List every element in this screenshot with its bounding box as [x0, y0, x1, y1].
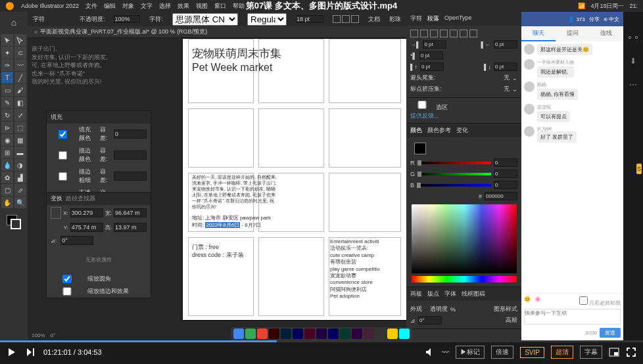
send-button[interactable]: 发送: [600, 328, 621, 338]
download-icon[interactable]: ⬇: [627, 55, 639, 67]
selection-tool[interactable]: [1, 34, 13, 46]
fill-cb[interactable]: [51, 130, 75, 139]
quality-button[interactable]: 超清: [551, 346, 573, 359]
g-slider[interactable]: [417, 173, 491, 175]
dropdown-icon[interactable]: ⌄: [512, 75, 517, 81]
share-btn[interactable]: 分享: [589, 16, 600, 23]
date-text[interactable]: 时间: 2022年8月6日 - 8月7日: [192, 222, 261, 229]
doc-panel-btn[interactable]: 文档: [368, 15, 380, 24]
only-teacher-cb[interactable]: [579, 296, 588, 305]
graph-tool[interactable]: ▟: [14, 171, 26, 183]
menu-type[interactable]: 文字: [141, 2, 153, 11]
progress-bar[interactable]: [0, 340, 643, 342]
direct-select-tool[interactable]: [14, 34, 26, 46]
blend-tool[interactable]: ◑: [14, 159, 26, 171]
r-slider[interactable]: [417, 162, 492, 164]
free-tool[interactable]: ⬚: [14, 122, 26, 133]
artboard-tool[interactable]: ▢: [1, 184, 13, 196]
line-tool[interactable]: ╱: [14, 72, 26, 83]
x-input[interactable]: [70, 208, 103, 217]
chat-input[interactable]: [524, 309, 621, 325]
menu-view[interactable]: 视图: [196, 2, 208, 11]
scale-stroke-cb[interactable]: [51, 287, 83, 296]
sel-cb[interactable]: [410, 101, 434, 109]
rotate-tool[interactable]: ↻: [1, 109, 13, 121]
transform-panel[interactable]: 变换 路径查找器 X: 宽: Y: 高: ⊿: 无形状属性 缩放圆角 缩放描边和…: [46, 192, 151, 298]
chat-tabs[interactable]: 聊天提问连线: [521, 26, 623, 41]
scale-tool[interactable]: ⤢: [14, 109, 26, 121]
y-input[interactable]: [70, 223, 103, 232]
canvas[interactable]: 孩子出门,发好市集, 认识一下新的朋友,可, 在草地上野餐或者奔跑,也来一杯 "…: [28, 38, 406, 340]
opacity-input[interactable]: [114, 15, 140, 23]
more-icon[interactable]: 彩珠: [389, 15, 401, 24]
document-tab[interactable]: × 平面新视觉典业课_PART.07_作业模版.ai* @ 100 % (RGB…: [28, 26, 406, 38]
size-input[interactable]: [296, 15, 323, 23]
zoom-level[interactable]: 100%: [32, 332, 45, 338]
font-select[interactable]: 思源黑体 CN: [172, 13, 238, 26]
indent-r[interactable]: [494, 40, 517, 49]
b-slider[interactable]: [417, 184, 491, 187]
ref-point[interactable]: [51, 207, 61, 219]
side-label[interactable]: S: [636, 164, 642, 174]
space-after[interactable]: [494, 62, 517, 71]
w-input[interactable]: [114, 208, 147, 217]
align-icons[interactable]: [333, 15, 359, 23]
more-icon[interactable]: ⋯: [627, 79, 639, 91]
val-input[interactable]: [114, 171, 147, 181]
shaper-tool[interactable]: ✎: [1, 97, 13, 108]
brush-tool[interactable]: 🖌: [14, 84, 26, 96]
hue-bar[interactable]: [412, 276, 517, 283]
menu-edit[interactable]: 编辑: [104, 2, 116, 11]
curve-tool[interactable]: 〰: [14, 59, 26, 71]
rect-tool[interactable]: ▭: [1, 84, 13, 96]
zoom-tool[interactable]: 🔍: [14, 196, 26, 208]
para-align[interactable]: [410, 28, 517, 39]
emoji-icon[interactable]: 😊: [524, 296, 531, 307]
fullscreen-icon[interactable]: [626, 347, 636, 357]
mesh-tool[interactable]: ⊞: [1, 147, 13, 158]
feedback-link[interactable]: 提供反馈...: [410, 112, 517, 120]
next-icon[interactable]: [25, 347, 36, 357]
eyedrop-tool[interactable]: 💧: [1, 159, 13, 171]
gradient-tool[interactable]: ▬: [14, 147, 26, 158]
wifi-icon[interactable]: 📶: [578, 3, 585, 9]
subtitle-button[interactable]: 字幕: [580, 346, 602, 359]
shapebuild-tool[interactable]: ◉: [1, 134, 13, 146]
b-input[interactable]: [494, 181, 517, 189]
menu-effect[interactable]: 效果: [178, 2, 189, 11]
lang-btn[interactable]: ⊕ 中文: [604, 16, 619, 23]
angle-input[interactable]: [60, 236, 93, 245]
color-field[interactable]: [412, 204, 517, 273]
pip-icon[interactable]: [609, 347, 619, 357]
perspective-tool[interactable]: ▦: [14, 134, 26, 146]
first-indent[interactable]: [419, 51, 443, 60]
slice-tool[interactable]: ⬀: [14, 184, 26, 196]
val-input[interactable]: [114, 150, 147, 160]
r-input[interactable]: [494, 158, 517, 167]
play-icon[interactable]: [7, 347, 17, 357]
indent-l[interactable]: [423, 40, 446, 49]
flower-icon[interactable]: 🌸: [535, 296, 541, 307]
share-icon[interactable]: ⚬⚬: [627, 32, 639, 43]
fill-swatch[interactable]: [414, 143, 426, 154]
para-tabs[interactable]: 字符段落OpenType: [406, 12, 521, 26]
lasso-tool[interactable]: ⊂: [14, 47, 26, 58]
speed-button[interactable]: 倍速: [491, 346, 513, 359]
color-tabs[interactable]: 颜色颜色参考变化: [406, 124, 521, 137]
menu-window[interactable]: 窗口: [214, 2, 226, 11]
menu-object[interactable]: 对象: [122, 2, 134, 11]
weight-cb[interactable]: [51, 172, 75, 181]
space-before[interactable]: [420, 62, 444, 71]
menu-select[interactable]: 选择: [159, 2, 171, 11]
weight-select[interactable]: Regular: [247, 13, 287, 26]
rot-input[interactable]: [418, 316, 442, 325]
scale-corner-cb[interactable]: [51, 275, 83, 283]
symbol-tool[interactable]: ✿: [1, 171, 13, 183]
volume-icon[interactable]: [425, 347, 435, 357]
fill-stroke-swatch[interactable]: [7, 215, 21, 229]
home-icon[interactable]: ⌂: [0, 12, 28, 33]
pen-tool[interactable]: ✑: [1, 59, 13, 71]
g-input[interactable]: [494, 170, 517, 178]
menu-file[interactable]: 文件: [85, 2, 97, 11]
type-tool[interactable]: T: [1, 72, 13, 83]
